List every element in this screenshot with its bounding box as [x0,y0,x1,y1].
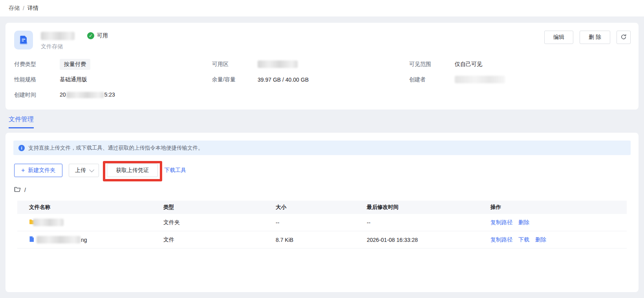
capacity-value: 39.97 GB / 40.00 GB [258,77,309,83]
resource-details: 付费类型 按量付费 性能规格 基础通用版 创建时间 205:23 可用区 余量/… [14,57,631,102]
delete-link[interactable]: 删除 [535,236,546,243]
row-modified: 2026-01-08 16:33:28 [355,237,479,243]
spec-value: 基础通用版 [60,76,87,83]
folder-path: / [13,186,631,194]
chevron-down-icon [90,167,95,172]
field-label-visibility: 可见范围 [409,61,455,68]
folder-path-text[interactable]: / [24,187,26,193]
row-type: 文件 [152,236,264,243]
breadcrumb-storage[interactable]: 存储 [9,5,20,12]
new-folder-label: 新建文件夹 [28,167,55,174]
header-actions: 操作 [479,204,627,211]
copy-path-link[interactable]: 复制路径 [490,236,512,243]
tab-file-management[interactable]: 文件管理 [9,115,34,128]
download-tool-link[interactable]: 下载工具 [164,167,186,174]
file-icon [29,236,34,243]
visibility-value: 仅自己可见 [455,61,482,68]
status-label: 可用 [97,32,108,39]
storage-name-redacted [41,32,75,40]
header-type: 类型 [152,204,264,211]
breadcrumb: 存储 / 详情 [0,0,644,16]
table-row-file: ng 文件 8.7 KiB 2026-01-08 16:33:28 复制路径 下… [17,231,627,249]
row-size: 8.7 KiB [264,237,355,243]
file-management-panel: i 支持直接上传文件，或下载工具、通过获取的上传指令本地便捷传输文件。 + 新建… [5,133,639,292]
edit-button[interactable]: 编辑 [544,31,573,44]
row-size: -- [264,219,355,226]
field-label-capacity: 余量/容量 [212,76,258,83]
refresh-button[interactable] [617,31,631,44]
delete-link[interactable]: 删除 [518,219,529,226]
refresh-icon [620,34,627,41]
status-badge: ✓ 可用 [87,32,108,39]
header-modified: 最后修改时间 [355,204,479,211]
plus-icon: + [21,167,25,174]
file-name-suffix: ng [81,237,87,243]
header-file-name: 文件名称 [17,204,152,211]
created-time-value: 205:23 [60,91,115,98]
copy-path-link[interactable]: 复制路径 [490,219,512,226]
zone-value-redacted [258,60,298,68]
file-name-redacted[interactable] [37,236,80,243]
header-size: 大小 [264,204,355,211]
field-label-created: 创建时间 [14,91,60,99]
row-modified: -- [355,219,479,226]
breadcrumb-detail: 详情 [27,5,38,12]
info-icon: i [18,145,25,151]
get-upload-credential-button[interactable]: 获取上传凭证 [107,164,158,177]
download-link[interactable]: 下载 [518,236,529,243]
file-table: 文件名称 类型 大小 最后修改时间 操作 文件夹 -- -- 复制路径 删除 [17,201,627,249]
new-folder-button[interactable]: + 新建文件夹 [14,164,62,177]
file-storage-icon [14,31,33,49]
created-time-redacted [66,92,104,98]
delete-button[interactable]: 删 除 [580,31,610,44]
row-type: 文件夹 [152,219,264,226]
field-label-zone: 可用区 [212,61,258,68]
created-time-suffix: 5:23 [104,91,115,98]
upload-label: 上传 [75,167,86,174]
breadcrumb-separator: / [23,5,24,11]
field-label-spec: 性能规格 [14,76,60,83]
check-circle-icon: ✓ [87,32,94,39]
field-label-billing: 付费类型 [14,61,60,68]
table-row-folder: 文件夹 -- -- 复制路径 删除 [17,214,627,231]
open-folder-icon [14,186,21,194]
upload-button[interactable]: 上传 [69,164,99,177]
upload-notice-text: 支持直接上传文件，或下载工具、通过获取的上传指令本地便捷传输文件。 [28,144,203,152]
file-table-header: 文件名称 类型 大小 最后修改时间 操作 [17,201,627,214]
billing-type-tag: 按量付费 [60,59,90,70]
tab-bar: 文件管理 [0,110,644,128]
creator-value-redacted [455,76,505,83]
field-label-creator: 创建者 [409,76,455,83]
upload-notice-banner: i 支持直接上传文件，或下载工具、通过获取的上传指令本地便捷传输文件。 [13,141,631,155]
created-time-prefix: 20 [60,91,66,98]
folder-name-redacted[interactable] [33,219,64,226]
storage-detail-card: ✓ 可用 文件存储 编辑 删 除 付费类型 按量付费 [5,23,639,110]
storage-type-label: 文件存储 [41,43,108,50]
file-toolbar: + 新建文件夹 上传 获取上传凭证 下载工具 [13,164,631,177]
